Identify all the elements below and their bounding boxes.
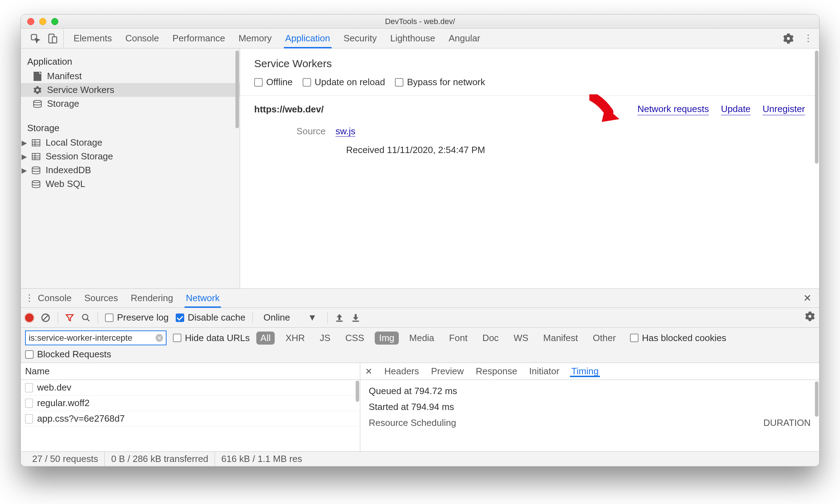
sidebar-item-websql[interactable]: ▶ Web SQL [21, 177, 240, 191]
checkbox-preserve-log[interactable]: Preserve log [105, 312, 169, 323]
type-pill-other[interactable]: Other [589, 332, 620, 345]
service-workers-pane: Service Workers Offline Update on reload… [240, 48, 819, 288]
type-pill-ws[interactable]: WS [509, 332, 533, 345]
svg-rect-20 [337, 321, 343, 321]
sidebar-section-storage: Storage [21, 118, 240, 136]
filter-text-field[interactable] [29, 333, 156, 343]
type-pill-all[interactable]: All [256, 332, 275, 345]
detail-tab-response[interactable]: Response [476, 366, 517, 377]
inspect-icon[interactable] [30, 33, 41, 44]
expand-icon[interactable]: ▶ [22, 166, 27, 175]
detail-tab-headers[interactable]: Headers [384, 366, 419, 377]
sidebar-item-label: Storage [47, 98, 79, 109]
scrollbar-thumb[interactable] [235, 51, 239, 128]
type-pill-js[interactable]: JS [315, 332, 334, 345]
checkbox-has-blocked-cookies[interactable]: Has blocked cookies [630, 333, 726, 344]
tab-console[interactable]: Console [125, 29, 159, 48]
link-update[interactable]: Update [721, 104, 751, 115]
device-toggle-icon[interactable] [47, 33, 58, 44]
svg-point-5 [34, 100, 41, 102]
tab-elements[interactable]: Elements [74, 29, 112, 48]
clear-filter-icon[interactable]: ✕ [156, 334, 163, 342]
scrollbar-thumb[interactable] [815, 381, 818, 417]
source-file-link[interactable]: sw.js [336, 126, 355, 137]
checkbox-blocked-requests[interactable]: Blocked Requests [25, 349, 111, 360]
close-icon[interactable]: ✕ [365, 367, 372, 376]
filter-icon[interactable] [65, 313, 74, 322]
sidebar-item-service-workers[interactable]: Service Workers [21, 83, 240, 97]
close-icon[interactable]: ✕ [803, 292, 816, 304]
svg-line-17 [43, 315, 48, 320]
type-pill-img[interactable]: Img [375, 332, 398, 345]
status-resources: 616 kB / 1.1 MB res [215, 452, 308, 466]
drawer-tab-console[interactable]: Console [38, 289, 71, 307]
download-icon[interactable] [351, 313, 360, 322]
drawer-tab-rendering[interactable]: Rendering [131, 289, 173, 307]
checkbox-disable-cache[interactable]: Disable cache [176, 312, 245, 323]
request-row[interactable]: regular.woff2 [21, 395, 360, 411]
sidebar-item-label: Web SQL [46, 178, 85, 189]
checkbox-bypass-for-network[interactable]: Bypass for network [395, 77, 485, 88]
scrollbar-thumb[interactable] [356, 381, 359, 402]
tab-application[interactable]: Application [285, 29, 330, 48]
tab-lighthouse[interactable]: Lighthouse [390, 29, 435, 48]
network-statusbar: 27 / 50 requests 0 B / 286 kB transferre… [21, 451, 819, 466]
received-label: Received 11/11/2020, 2:54:47 PM [346, 145, 805, 156]
manifest-icon [33, 72, 42, 81]
tab-memory[interactable]: Memory [239, 29, 272, 48]
kebab-menu-icon[interactable]: ⋮ [804, 33, 811, 44]
checkbox-offline[interactable]: Offline [254, 77, 293, 88]
tab-angular[interactable]: Angular [449, 29, 480, 48]
link-network-requests[interactable]: Network requests [637, 104, 709, 115]
sidebar-item-local-storage[interactable]: ▶ Local Storage [21, 136, 240, 150]
sidebar-item-session-storage[interactable]: ▶ Session Storage [21, 150, 240, 163]
type-pill-doc[interactable]: Doc [478, 332, 503, 345]
drawer-tab-sources[interactable]: Sources [84, 289, 118, 307]
expand-icon[interactable]: ▶ [22, 139, 27, 147]
divider [240, 95, 819, 96]
type-pill-font[interactable]: Font [445, 332, 472, 345]
sidebar-item-manifest[interactable]: Manifest [21, 69, 240, 83]
type-pill-xhr[interactable]: XHR [281, 332, 309, 345]
network-body: Name web.dev regular.woff2 app.css?v=6e2… [21, 363, 819, 451]
tab-performance[interactable]: Performance [173, 29, 225, 48]
record-button[interactable] [25, 313, 34, 322]
upload-icon[interactable] [335, 313, 344, 322]
detail-tab-timing[interactable]: Timing [571, 366, 599, 377]
request-row[interactable]: app.css?v=6e2768d7 [21, 411, 360, 427]
column-header-name[interactable]: Name [21, 363, 360, 380]
detail-tab-initiator[interactable]: Initiator [529, 366, 559, 377]
type-pill-manifest[interactable]: Manifest [539, 332, 582, 345]
type-pill-media[interactable]: Media [405, 332, 439, 345]
filter-input[interactable]: ✕ [25, 330, 167, 345]
detail-tab-preview[interactable]: Preview [431, 366, 463, 377]
drawer-tab-network[interactable]: Network [186, 289, 220, 307]
type-pill-css[interactable]: CSS [341, 332, 368, 345]
sidebar-item-label: Service Workers [47, 84, 114, 95]
table-icon [31, 138, 41, 147]
window-title: DevTools - web.dev/ [21, 17, 819, 26]
clear-icon[interactable] [41, 313, 51, 323]
expand-icon[interactable]: ▶ [22, 152, 27, 161]
svg-rect-2 [52, 37, 57, 43]
checkbox-hide-data-urls[interactable]: Hide data URLs [173, 333, 250, 344]
search-icon[interactable] [81, 313, 91, 322]
checkbox-update-on-reload[interactable]: Update on reload [303, 77, 385, 88]
sidebar-item-indexeddb[interactable]: ▶ IndexedDB [21, 163, 240, 177]
kebab-menu-icon[interactable]: ⋮ [24, 293, 34, 304]
drawer-tabstrip: ⋮ Console Sources Rendering Network ✕ [21, 289, 819, 308]
drawer: ⋮ Console Sources Rendering Network ✕ Pr… [21, 288, 819, 466]
link-unregister[interactable]: Unregister [763, 104, 805, 115]
scrollbar-thumb[interactable] [815, 51, 818, 164]
database-icon [31, 180, 41, 189]
gear-icon[interactable] [783, 33, 794, 44]
throttle-select[interactable]: Online▼ [260, 311, 320, 325]
sidebar-item-storage[interactable]: Storage [21, 97, 240, 111]
chevron-down-icon: ▼ [308, 312, 317, 323]
tab-security[interactable]: Security [344, 29, 377, 48]
file-icon [25, 414, 33, 423]
gear-icon[interactable] [805, 311, 815, 321]
main-tabs: Elements Console Performance Memory Appl… [64, 29, 480, 48]
timing-queued: Queued at 794.72 ms [369, 386, 811, 397]
request-row[interactable]: web.dev [21, 380, 360, 395]
